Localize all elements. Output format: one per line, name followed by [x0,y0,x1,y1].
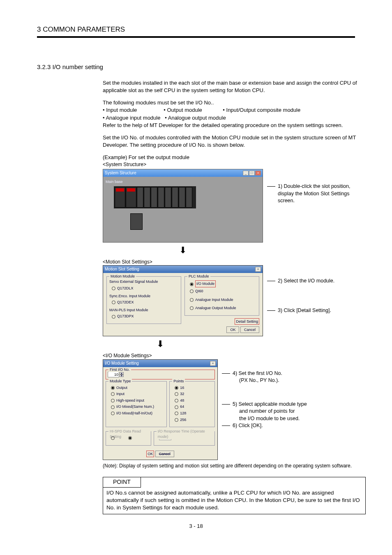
note: (Note): Display of system setting and mo… [103,462,366,469]
plc-module-group: PLC Module I/O Module QI60 Analogue Inpu… [184,276,259,315]
close-button[interactable]: × [255,171,261,176]
radio-label: Analogue Output Module [195,306,236,310]
radio-label: High-speed input [116,398,144,402]
example-caption: (Example) For set the output module [103,154,366,161]
down-arrow-icon: ⬇ [103,338,218,351]
group-title: PLC Module [187,274,210,279]
figure-caption: <Motion Slot Settings> [103,259,366,266]
radio-label: Q172DLX [117,286,134,290]
first-io-spinner[interactable]: ▲▼ [108,372,124,377]
radio-label: 48 [180,398,184,402]
radio-label: 32 [180,392,184,396]
radio-p48[interactable]: 48 [175,398,212,403]
window-titlebar: I/O Module Setting × [103,360,217,367]
paragraph: Refer to the help of MT Developer for th… [103,122,366,129]
point-heading: POINT [103,477,141,488]
window-title: I/O Module Setting [105,361,139,366]
detail-setting-button[interactable]: Detail Setting [235,318,259,325]
page-number: 3 - 18 [37,523,355,530]
cpu-slot[interactable] [126,187,136,208]
horizontal-rule [37,36,355,38]
bullet: • Input module [103,107,137,113]
radio-label: 256 [180,418,186,422]
chapter-title: 3 COMMON PARAMETERS [37,25,355,35]
annotation-5a: 5) Select applicable module type [233,401,307,408]
group-title: Points [172,379,185,384]
radio-analog-input[interactable]: Analogue Input Module [190,297,256,303]
paragraph: The following modules must be set the I/… [103,99,366,106]
bullet: • Input/Output composite module [223,107,300,113]
radio-label: Q173DPX [117,314,134,318]
module-slot[interactable] [137,187,143,208]
down-arrow-icon: ⬇ [103,244,263,257]
radio-io-module[interactable]: I/O Module [190,280,256,287]
cpu-slot[interactable] [115,187,125,208]
radio-input[interactable]: Input [111,391,164,397]
annotation-5c: the I/O module to be used. [233,415,307,423]
maximize-button[interactable]: □ [249,171,255,176]
radio-q172dex[interactable]: Q172DEX [112,300,178,305]
first-io-input[interactable] [108,372,119,377]
radio-p128[interactable]: 128 [175,411,212,416]
paragraph: Set the I/O No. of modules controlled wi… [103,134,366,149]
window-title: Motion Slot Setting [105,266,139,272]
radio-p16[interactable]: 16 [175,385,212,391]
ok-button[interactable]: OK [146,451,154,458]
radio-label: I/O Mixed(Half-In/Out) [116,411,152,415]
module-slot[interactable] [172,187,178,208]
first-io-group: First I/O No. ▲▼ [106,370,215,379]
paragraph: Set the modules installed in the each sl… [103,79,366,94]
annotation-3: 3) Click [Detail Setting]. [278,307,331,314]
module-type-group: Module Type Output Input High-speed inpu… [106,381,167,428]
module-slot[interactable] [144,187,150,208]
servo-external-label: Servo External Signal Module [109,279,178,284]
radio-mixed-same[interactable]: I/O Mixed(Same Num.) [111,404,164,409]
module-slot[interactable] [186,187,192,208]
annotation-1: 1) Double-click the slot position, displ… [278,183,366,205]
radio-label: Q172DEX [117,300,134,304]
radio-p256[interactable]: 256 [175,417,212,423]
module-slot[interactable] [151,187,157,208]
chassis [114,186,196,208]
radio-output[interactable]: Output [111,385,164,391]
radio-p32[interactable]: 32 [175,391,212,397]
minimize-button[interactable]: _ [243,171,249,176]
annotation-6: 6) Click [OK]. [233,422,263,430]
spin-down-icon[interactable]: ▼ [120,375,124,377]
radio-label: 128 [180,411,186,415]
module-slot[interactable] [158,187,164,208]
window-title: System Structure [105,170,136,176]
ok-button[interactable]: OK [226,326,239,333]
radio-q172dlx[interactable]: Q172DLX [112,286,178,291]
radio-q173dpx[interactable]: Q173DPX [112,314,178,319]
mainbase-label: Main base [106,179,260,185]
radio-qi60[interactable]: QI60 [190,289,256,294]
annotation-4a: 4) Set the first I/O No. [233,370,282,377]
group-title: Motion Module [109,274,136,279]
group-title: First I/O No. [108,367,131,372]
io-response-group: I/O Response Time (Operate mode) ms [154,431,215,446]
bullet: • Output module [164,107,202,113]
radio-mixed-half[interactable]: I/O Mixed(Half-In/Out) [111,411,164,416]
radio-label: Analogue Input Module [195,298,233,302]
motion-module-group: Motion Module Servo External Signal Modu… [106,276,181,324]
close-button[interactable]: × [210,361,216,366]
module-slot[interactable] [165,187,171,208]
cancel-button[interactable]: Cancel [155,451,174,457]
figure-caption: <System Structure> [103,161,366,168]
manpls-label: MAN-PLS Input Module [109,308,178,313]
motion-slot-window: Motion Slot Setting × Motion Module Serv… [103,265,263,336]
bullet-row: • Input module • Output module • Input/O… [103,106,366,114]
io-module-window: I/O Module Setting × First I/O No. ▲▼ Mo… [103,359,218,460]
radio-hs-input[interactable]: High-speed input [111,398,164,403]
group-title: I/O Response Time (Operate mode) [157,429,214,439]
cancel-button[interactable]: Cancel [240,326,259,333]
close-button[interactable]: × [255,267,261,272]
radio-p64[interactable]: 64 [175,404,212,409]
hs-read-group: HI-SPD Data Read Setting Used Unused [106,431,151,446]
radio-label: 16 [180,386,184,390]
radio-analog-output[interactable]: Analogue Output Module [190,305,256,311]
bullet: • Analogue output module [165,115,226,121]
figure-caption: <I/O Module Settings> [103,352,366,359]
module-slot[interactable] [179,187,185,208]
